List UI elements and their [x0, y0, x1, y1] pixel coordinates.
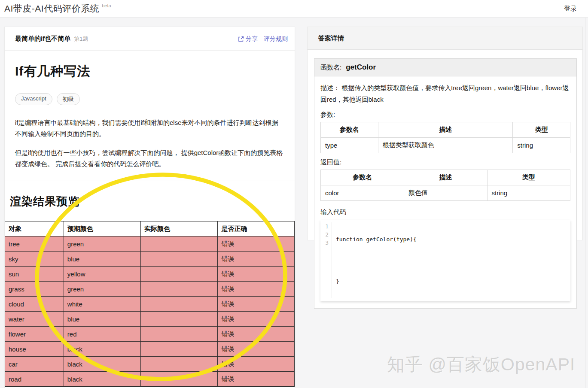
table-row: water blue 错误	[5, 312, 295, 327]
function-box: 函数名: getColor 描述： 根据传入的类型获取颜色值，要求传入tree返…	[314, 58, 577, 309]
return-col-desc: 描述	[404, 170, 487, 185]
problem-number: 第1题	[74, 35, 88, 43]
returns-label: 返回值:	[320, 158, 570, 167]
cell-object: water	[5, 312, 64, 327]
answer-title: 答案详情	[318, 34, 344, 42]
cell-object: tree	[5, 236, 64, 252]
returns-header-row: 参数名 描述 类型	[321, 170, 570, 185]
scrollbar[interactable]	[585, 18, 585, 388]
table-row: house black 错误	[5, 342, 295, 357]
params-label: 参数:	[320, 111, 570, 119]
topbar: AI带皮-AI代码评价系统 beta 登录	[0, 0, 588, 18]
table-row: sun yellow 错误	[5, 267, 295, 282]
code-line	[336, 256, 570, 264]
col-header-actual: 实际颜色	[141, 221, 218, 236]
cell-expected: blue	[64, 252, 140, 267]
cell-correct: 错误	[218, 252, 295, 267]
cell-correct: 错误	[218, 282, 295, 297]
return-col-name: 参数名	[321, 170, 404, 185]
app-title: AI带皮-AI代码评价系统	[4, 3, 99, 15]
param-col-type: 类型	[513, 122, 570, 138]
cell-actual	[141, 342, 218, 357]
cell-expected: black	[64, 357, 140, 372]
cell-correct: 错误	[218, 297, 295, 312]
table-row: car black 错误	[5, 357, 295, 372]
function-name: getColor	[346, 63, 376, 72]
login-link[interactable]: 登录	[564, 5, 577, 13]
table-row: sky blue 错误	[5, 252, 295, 267]
cell-actual	[141, 357, 218, 372]
param-desc: 根据类型获取颜色	[378, 138, 513, 153]
cell-correct: 错误	[218, 327, 295, 342]
problem-paragraph-1: if是编程语言中最基础的结构，我们需要使用if和附加的else来对不同的条件进行…	[15, 117, 284, 140]
function-name-label: 函数名:	[320, 64, 341, 72]
share-label: 分享	[246, 35, 258, 43]
cell-actual	[141, 252, 218, 267]
cell-expected: yellow	[64, 267, 140, 282]
beta-badge: beta	[102, 3, 111, 8]
table-row: type 根据类型获取颜色 string	[321, 138, 570, 153]
preview-table: 对象 预期颜色 实际颜色 是否正确 tree green 错误 sky blue…	[5, 221, 295, 387]
problem-card: 最简单的if也不简单 第1题 分享 评分规则 If有几种写法 Javascrip…	[4, 27, 295, 388]
code-input-label: 输入代码	[320, 208, 570, 216]
params-table: 参数名 描述 类型 type 根据类型获取颜色 string	[320, 122, 570, 153]
cell-object: flower	[5, 327, 64, 342]
return-type: string	[487, 185, 570, 201]
share-button[interactable]: 分享	[238, 35, 258, 43]
section-divider	[5, 181, 295, 181]
cell-object: sun	[5, 267, 64, 282]
param-col-name: 参数名	[321, 122, 378, 138]
table-row: grass green 错误	[5, 282, 295, 297]
cell-expected: blue	[64, 312, 140, 327]
table-row: road black 错误	[5, 372, 295, 387]
cell-correct: 错误	[218, 357, 295, 372]
function-box-body: 描述： 根据传入的类型获取颜色值，要求传入tree返回green，water返回…	[314, 76, 576, 308]
cell-object: house	[5, 342, 64, 357]
cell-object: road	[5, 372, 64, 387]
problem-card-header: 最简单的if也不简单 第1题 分享 评分规则	[5, 27, 295, 51]
share-icon	[238, 36, 244, 42]
return-desc: 颜色值	[404, 185, 487, 201]
cell-actual	[141, 372, 218, 387]
table-row: flower red 错误	[5, 327, 295, 342]
table-row: color 颜色值 string	[321, 185, 570, 201]
code-line-numbers: 1 2 3	[320, 222, 332, 298]
cell-actual	[141, 282, 218, 297]
cell-expected: green	[64, 236, 140, 252]
cell-correct: 错误	[218, 342, 295, 357]
code-content: function getColor(type){ }	[332, 222, 570, 298]
tag-row: Javascript 初级	[15, 93, 284, 105]
preview-heading: 渲染结果预览	[5, 194, 295, 209]
returns-table: 参数名 描述 类型 color 颜色值 string	[320, 170, 570, 201]
cell-expected: black	[64, 372, 140, 387]
code-editor[interactable]: 1 2 3 function getColor(type){ }	[320, 220, 570, 301]
cell-correct: 错误	[218, 236, 295, 252]
cell-correct: 错误	[218, 372, 295, 387]
answer-card-body: 函数名: getColor 描述： 根据传入的类型获取颜色值，要求传入tree返…	[308, 50, 582, 309]
table-row: tree green 错误	[5, 236, 295, 252]
param-col-desc: 描述	[378, 122, 513, 138]
cell-expected: red	[64, 327, 140, 342]
cell-actual	[141, 297, 218, 312]
cell-object: grass	[5, 282, 64, 297]
code-line: function getColor(type){	[336, 235, 570, 243]
param-type: string	[513, 138, 570, 153]
problem-title: 最简单的if也不简单	[15, 35, 70, 43]
col-header-expected: 预期颜色	[64, 221, 140, 236]
problem-intro: If有几种写法 Javascript 初级 if是编程语言中最基础的结构，我们需…	[5, 51, 295, 170]
code-line: }	[336, 277, 570, 285]
watermark: 知乎 @百家饭OpenAPI	[387, 353, 575, 376]
problem-heading: If有几种写法	[15, 63, 284, 80]
scoring-rules-link[interactable]: 评分规则	[264, 35, 288, 43]
cell-correct: 错误	[218, 267, 295, 282]
col-header-object: 对象	[5, 221, 64, 236]
problem-header-actions: 分享 评分规则	[238, 35, 288, 43]
function-description: 描述： 根据传入的类型获取颜色值，要求传入tree返回green，water返回…	[320, 82, 570, 105]
problem-paragraph-2: 但是if的使用也有一些小技巧，尝试编程解决下面的问题， 提供getColor函数…	[15, 147, 284, 170]
cell-actual	[141, 327, 218, 342]
cell-correct: 错误	[218, 312, 295, 327]
param-name: type	[321, 138, 378, 153]
return-name: color	[321, 185, 404, 201]
col-header-correct: 是否正确	[218, 221, 295, 236]
answer-card-header: 答案详情	[308, 27, 582, 50]
